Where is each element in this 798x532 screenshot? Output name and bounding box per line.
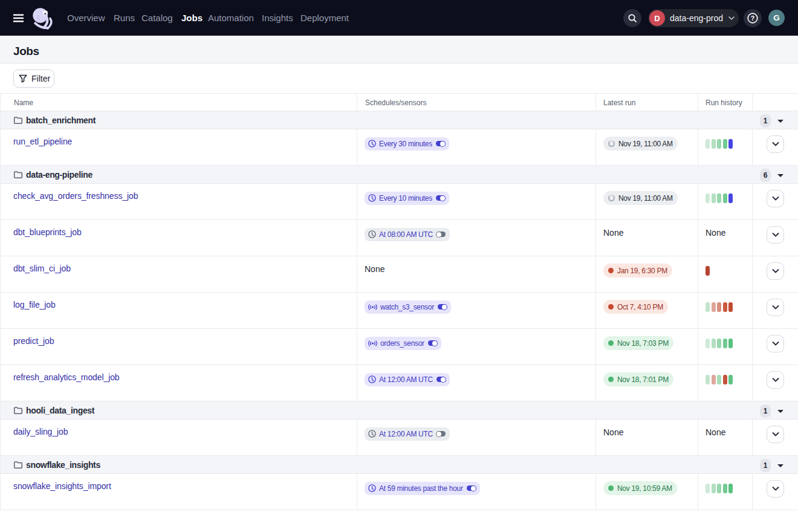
svg-text:?: ? [751,15,754,22]
